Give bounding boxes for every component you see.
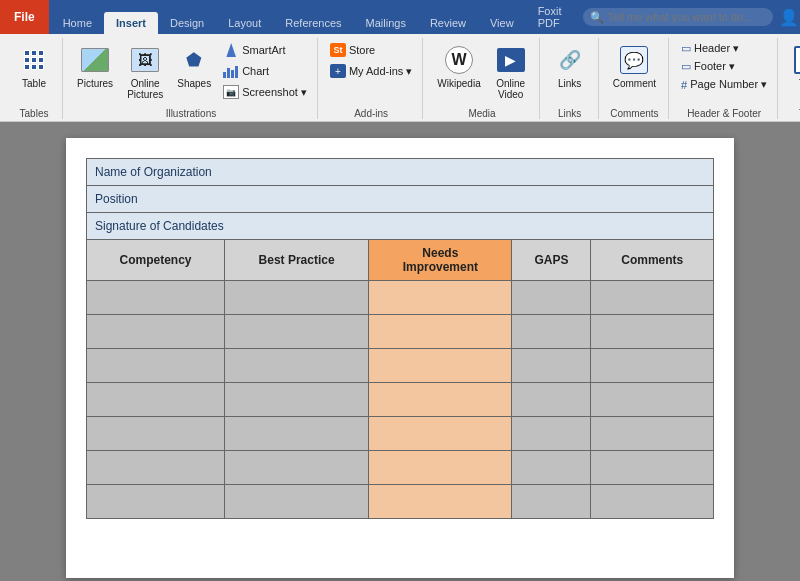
needs-improvement-cell-4[interactable] [369, 383, 512, 417]
screenshot-icon: 📷 [223, 84, 239, 100]
gaps-cell-6[interactable] [512, 451, 591, 485]
comments-cell-6[interactable] [591, 451, 714, 485]
addins-buttons: St Store + My Add-ins ▾ [326, 38, 416, 106]
comments-header: Comments [591, 240, 714, 281]
data-row-3 [87, 349, 714, 383]
best-practice-cell-5[interactable] [225, 417, 369, 451]
position-row: Position [87, 186, 714, 213]
screenshot-icon-shape: 📷 [223, 85, 239, 99]
online-video-label: OnlineVideo [496, 78, 525, 100]
wiki-icon-shape: W [445, 46, 473, 74]
competency-cell-6[interactable] [87, 451, 225, 485]
competency-cell-3[interactable] [87, 349, 225, 383]
hf-group-label: Header & Footer [687, 106, 761, 119]
needs-improvement-cell-2[interactable] [369, 315, 512, 349]
online-pictures-button[interactable]: 🖼 OnlinePictures [121, 40, 169, 104]
online-video-button[interactable]: ▶ OnlineVideo [489, 40, 533, 104]
needs-improvement-cell-5[interactable] [369, 417, 512, 451]
comments-cell-3[interactable] [591, 349, 714, 383]
header-button[interactable]: ▭ Header ▾ [677, 40, 771, 57]
table-button[interactable]: Table [12, 40, 56, 93]
needs-improvement-cell-7[interactable] [369, 485, 512, 519]
best-practice-cell-1[interactable] [225, 281, 369, 315]
shapes-button[interactable]: ⬟ Shapes [171, 40, 217, 93]
competency-cell-1[interactable] [87, 281, 225, 315]
store-button[interactable]: St Store [326, 40, 416, 60]
tab-foxit[interactable]: Foxit PDF [526, 0, 574, 34]
gaps-cell-2[interactable] [512, 315, 591, 349]
competency-cell-5[interactable] [87, 417, 225, 451]
tab-mailings[interactable]: Mailings [354, 12, 418, 34]
competency-cell-7[interactable] [87, 485, 225, 519]
gaps-cell-5[interactable] [512, 417, 591, 451]
page-number-button[interactable]: # Page Number ▾ [677, 76, 771, 93]
picture-icon-shape [81, 48, 109, 72]
file-tab[interactable]: File [0, 0, 49, 34]
best-practice-cell-4[interactable] [225, 383, 369, 417]
comments-cell-7[interactable] [591, 485, 714, 519]
links-icon-shape: 🔗 [556, 46, 584, 74]
gaps-cell-1[interactable] [512, 281, 591, 315]
best-practice-cell-7[interactable] [225, 485, 369, 519]
illustrations-group-label: Illustrations [166, 106, 217, 119]
textbox-icon-shape: T [794, 46, 800, 74]
links-group-label: Links [558, 106, 581, 119]
smartart-button[interactable]: SmartArt [219, 40, 311, 60]
tab-home[interactable]: Home [51, 12, 104, 34]
ribbon-tabs: Home Insert Design Layout References Mai… [49, 0, 574, 34]
org-name-row: Name of Organization [87, 159, 714, 186]
smartart-icon [223, 42, 239, 58]
wikipedia-button[interactable]: W Wikipedia [431, 40, 486, 93]
comment-icon: 💬 [618, 44, 650, 76]
screenshot-button[interactable]: 📷 Screenshot ▾ [219, 82, 311, 102]
gaps-cell-7[interactable] [512, 485, 591, 519]
comments-group-label: Comments [610, 106, 658, 119]
chart-button[interactable]: Chart [219, 61, 311, 81]
links-label: Links [558, 78, 581, 89]
pictures-btn-label: Pictures [77, 78, 113, 89]
online-pictures-icon: 🖼 [129, 44, 161, 76]
best-practice-cell-6[interactable] [225, 451, 369, 485]
best-practice-cell-2[interactable] [225, 315, 369, 349]
comments-cell-1[interactable] [591, 281, 714, 315]
comment-label: Comment [613, 78, 656, 89]
store-label: Store [349, 44, 375, 56]
user-icon[interactable]: 👤 [779, 8, 799, 27]
tab-layout[interactable]: Layout [216, 12, 273, 34]
links-button[interactable]: 🔗 Links [548, 40, 592, 93]
tab-references[interactable]: References [273, 12, 353, 34]
comments-cell-4[interactable] [591, 383, 714, 417]
data-row-4 [87, 383, 714, 417]
tab-review[interactable]: Review [418, 12, 478, 34]
textbox-button[interactable]: T TextBox [786, 40, 800, 104]
footer-button[interactable]: ▭ Footer ▾ [677, 58, 771, 75]
chain-icon: 🔗 [559, 49, 581, 71]
needs-improvement-cell-1[interactable] [369, 281, 512, 315]
comments-cell-5[interactable] [591, 417, 714, 451]
tab-design[interactable]: Design [158, 12, 216, 34]
tab-insert[interactable]: Insert [104, 12, 158, 34]
ribbon-group-links: 🔗 Links Links [542, 38, 599, 119]
gaps-cell-4[interactable] [512, 383, 591, 417]
screenshot-label: Screenshot ▾ [242, 86, 307, 99]
tab-view[interactable]: View [478, 12, 526, 34]
tell-me-area: 🔍 👤 [573, 0, 800, 34]
gaps-cell-3[interactable] [512, 349, 591, 383]
competency-cell-4[interactable] [87, 383, 225, 417]
my-addins-button[interactable]: + My Add-ins ▾ [326, 61, 416, 81]
comments-buttons: 💬 Comment [607, 38, 662, 106]
footer-label: Footer ▾ [694, 60, 735, 73]
needs-improvement-cell-3[interactable] [369, 349, 512, 383]
tables-group-label: Tables [20, 106, 49, 119]
smartart-icon-shape [223, 43, 239, 57]
comment-button[interactable]: 💬 Comment [607, 40, 662, 93]
illustrations-small-buttons: SmartArt Chart [219, 40, 311, 102]
needs-improvement-cell-6[interactable] [369, 451, 512, 485]
pictures-button[interactable]: Pictures [71, 40, 119, 93]
tell-me-input[interactable] [583, 8, 773, 26]
best-practice-cell-3[interactable] [225, 349, 369, 383]
addins-icon-shape: + [330, 64, 346, 78]
video-icon-shape: ▶ [497, 48, 525, 72]
comments-cell-2[interactable] [591, 315, 714, 349]
competency-cell-2[interactable] [87, 315, 225, 349]
